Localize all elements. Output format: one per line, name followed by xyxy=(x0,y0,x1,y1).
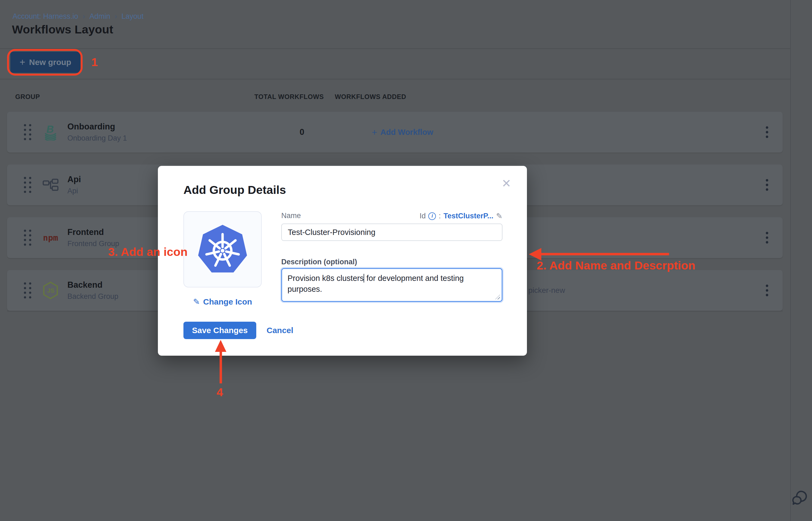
change-icon-button[interactable]: ✎ Change Icon xyxy=(184,297,262,307)
workflow-chip-partial-label: picker-new xyxy=(528,286,565,295)
pencil-icon: ✎ xyxy=(193,297,200,307)
save-changes-button[interactable]: Save Changes xyxy=(184,322,256,339)
group-name: Onboarding xyxy=(67,122,127,132)
group-name: Api xyxy=(67,175,81,184)
chevron-right-icon: › xyxy=(114,12,117,21)
npm-icon: npm xyxy=(42,229,59,246)
annotation-step-1: 1 xyxy=(91,55,98,69)
entity-id-row: Id i : TestClusterP... ✎ xyxy=(420,211,502,221)
group-subtitle: Backend Group xyxy=(67,292,118,301)
add-workflow-label: Add Workflow xyxy=(380,128,433,137)
info-icon[interactable]: i xyxy=(428,212,436,220)
annotation-step-3: 3. Add an icon xyxy=(108,245,188,258)
group-name: Backend xyxy=(67,280,118,290)
group-name: Frontend xyxy=(67,227,119,237)
column-header-group: GROUP xyxy=(15,93,40,100)
edit-id-pencil-icon[interactable]: ✎ xyxy=(496,211,502,221)
description-text: Provision k8s clusters xyxy=(288,274,364,282)
description-textarea[interactable]: Provision k8s clusters for development a… xyxy=(281,268,502,302)
annotation-highlight-box xyxy=(7,49,82,75)
page-title: Workflows Layout xyxy=(12,23,113,36)
row-menu-kebab-icon[interactable] xyxy=(763,124,771,141)
breadcrumb-admin-link[interactable]: Admin xyxy=(89,12,110,21)
nodejs-icon: JS xyxy=(42,282,59,299)
chevron-right-icon: › xyxy=(82,12,85,21)
column-header-total-workflows: TOTAL WORKFLOWS xyxy=(254,93,324,100)
flowchart-icon xyxy=(42,176,59,194)
add-workflow-button[interactable]: + Add Workflow xyxy=(372,127,433,138)
cancel-button[interactable]: Cancel xyxy=(267,322,293,339)
annotation-arrow-shaft xyxy=(541,253,669,255)
id-label: Id xyxy=(420,212,426,220)
onboarding-layers-icon: B xyxy=(42,123,59,141)
row-menu-kebab-icon[interactable] xyxy=(763,229,771,246)
annotation-step-2: 2. Add Name and Descrption xyxy=(537,259,695,272)
row-menu-kebab-icon[interactable] xyxy=(763,282,771,299)
breadcrumb-layout-link[interactable]: Layout xyxy=(121,12,143,21)
group-subtitle: Api xyxy=(67,187,81,195)
right-panel-divider xyxy=(790,0,791,521)
annotation-arrow-up-icon xyxy=(215,340,226,352)
drag-handle-icon[interactable] xyxy=(24,124,31,140)
divider xyxy=(0,79,790,80)
annotation-step-4: 4 xyxy=(217,386,223,399)
breadcrumb: Account: Harness.io › Admin › Layout xyxy=(13,12,143,21)
close-icon[interactable]: ✕ xyxy=(502,178,511,189)
row-menu-kebab-icon[interactable] xyxy=(763,177,771,194)
group-icon-preview[interactable] xyxy=(184,211,262,288)
modal-title: Add Group Details xyxy=(184,183,286,197)
drag-handle-icon[interactable] xyxy=(24,282,31,299)
svg-text:JS: JS xyxy=(47,287,55,294)
kubernetes-icon xyxy=(196,223,249,276)
name-field-label: Name xyxy=(281,211,301,220)
change-icon-label: Change Icon xyxy=(203,297,252,307)
description-field-label: Description (optional) xyxy=(281,258,357,266)
group-subtitle: Onboarding Day 1 xyxy=(67,134,127,142)
add-group-details-modal: ✕ Add Group Details ✎ Change Icon Name I… xyxy=(158,166,527,356)
id-value-link[interactable]: TestClusterP... xyxy=(444,212,494,220)
annotation-arrow-shaft xyxy=(220,351,222,383)
plus-icon: + xyxy=(372,127,377,138)
breadcrumb-account-link[interactable]: Account: Harness.io xyxy=(13,12,78,21)
column-header-workflows-added: WORKFLOWS ADDED xyxy=(335,93,406,100)
support-chat-icon[interactable] xyxy=(791,488,811,507)
total-workflows-value: 0 xyxy=(290,127,314,137)
table-row: B Onboarding Onboarding Day 1 0 + Add Wo… xyxy=(7,112,783,153)
svg-text:B: B xyxy=(46,124,55,135)
id-separator: : xyxy=(438,212,441,220)
resize-grip-icon[interactable] xyxy=(495,294,500,299)
drag-handle-icon[interactable] xyxy=(24,230,31,246)
divider xyxy=(0,48,790,49)
drag-handle-icon[interactable] xyxy=(24,177,31,193)
name-input[interactable] xyxy=(281,224,502,241)
